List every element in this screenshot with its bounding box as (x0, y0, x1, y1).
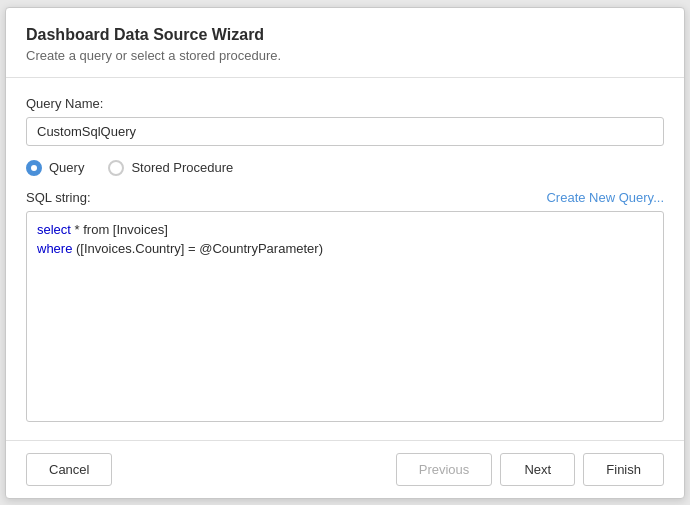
query-name-group: Query Name: (26, 96, 664, 146)
sql-line-2: where ([Invoices.Country] = @CountryPara… (37, 239, 653, 259)
query-name-label: Query Name: (26, 96, 664, 111)
footer-left: Cancel (26, 453, 112, 486)
sql-section: SQL string: Create New Query... select *… (26, 190, 664, 422)
sql-text-2: ([Invoices.Country] = @CountryParameter) (72, 241, 323, 256)
dialog-body: Query Name: Query Stored Procedure SQL s… (6, 78, 684, 440)
next-button[interactable]: Next (500, 453, 575, 486)
query-name-input[interactable] (26, 117, 664, 146)
cancel-button[interactable]: Cancel (26, 453, 112, 486)
sql-header: SQL string: Create New Query... (26, 190, 664, 205)
radio-stored-procedure-option[interactable]: Stored Procedure (108, 160, 233, 176)
sql-keyword-select: select (37, 222, 71, 237)
radio-query-label: Query (49, 160, 84, 175)
sql-line-1: select * from [Invoices] (37, 220, 653, 240)
sql-editor[interactable]: select * from [Invoices] where ([Invoice… (26, 211, 664, 422)
radio-group: Query Stored Procedure (26, 160, 664, 176)
previous-button[interactable]: Previous (396, 453, 493, 486)
footer-right: Previous Next Finish (396, 453, 664, 486)
dialog-footer: Cancel Previous Next Finish (6, 440, 684, 498)
radio-query-option[interactable]: Query (26, 160, 84, 176)
dialog-subtitle: Create a query or select a stored proced… (26, 48, 664, 63)
create-new-query-link[interactable]: Create New Query... (546, 190, 664, 205)
wizard-dialog: Dashboard Data Source Wizard Create a qu… (5, 7, 685, 499)
sql-text-1: * from [Invoices] (71, 222, 168, 237)
sql-keyword-where: where (37, 241, 72, 256)
radio-stored-procedure-label: Stored Procedure (131, 160, 233, 175)
dialog-title: Dashboard Data Source Wizard (26, 26, 664, 44)
dialog-header: Dashboard Data Source Wizard Create a qu… (6, 8, 684, 78)
radio-stored-procedure-circle[interactable] (108, 160, 124, 176)
radio-query-circle[interactable] (26, 160, 42, 176)
finish-button[interactable]: Finish (583, 453, 664, 486)
sql-label: SQL string: (26, 190, 91, 205)
